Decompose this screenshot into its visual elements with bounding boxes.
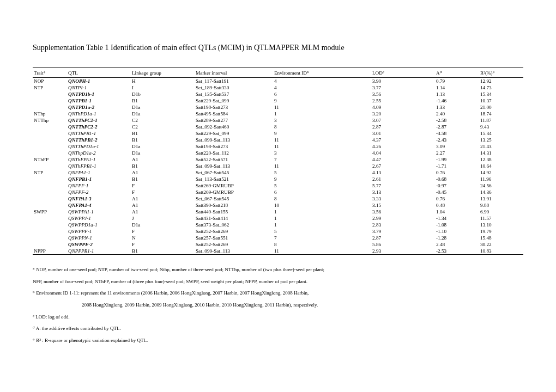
table-cell: C2: [131, 124, 195, 130]
table-cell: Satt449-Satt155: [195, 209, 273, 215]
table-cell: QSWPPA1-1: [67, 209, 131, 215]
table-cell: 9: [273, 176, 371, 182]
table-cell: -2.58: [435, 117, 479, 124]
table-row: QNThpD1a-2D1aSatt220-Sat_11234.042.2714.…: [33, 150, 523, 156]
table-cell: 11.57: [479, 215, 523, 222]
table-cell: [33, 104, 67, 111]
table-cell: 2.93: [371, 248, 435, 255]
col-linkage: Linkage group: [131, 68, 195, 78]
table-cell: 2.87: [371, 235, 435, 241]
table-cell: B1: [131, 248, 195, 255]
table-cell: 4.47: [371, 156, 435, 163]
table-cell: 11: [273, 143, 371, 150]
table-cell: [33, 137, 67, 143]
table-cell: -0.45: [435, 189, 479, 195]
table-cell: 4.13: [371, 169, 435, 176]
table-cell: 1.14: [435, 84, 479, 91]
table-cell: 5: [273, 182, 371, 189]
table-cell: F: [131, 189, 195, 195]
table-cell: NTP: [33, 169, 67, 176]
footnote-e: ᵉ R² : R-square or phenotypic variation …: [33, 338, 523, 344]
table-cell: 0.48: [435, 202, 479, 209]
table-cell: 3.90: [371, 78, 435, 85]
table-cell: C2: [131, 117, 195, 124]
table-cell: 3.20: [371, 111, 435, 117]
table-cell: SWPP: [33, 209, 67, 215]
table-cell: Sct_189-Satt330: [195, 84, 273, 91]
table-cell: 6: [273, 189, 371, 195]
table-cell: Satt198-Satt273: [195, 143, 273, 150]
table-cell: 3.15: [371, 202, 435, 209]
table-cell: 0.76: [435, 195, 479, 202]
table-cell: [33, 97, 67, 104]
table-cell: 1: [273, 215, 371, 222]
table-cell: 11.96: [479, 176, 523, 182]
table-cell: QNTPD1b-1: [67, 91, 131, 97]
table-cell: [33, 215, 67, 222]
table-cell: 11.87: [479, 117, 523, 124]
table-cell: -2.87: [435, 124, 479, 130]
table-cell: NThp: [33, 111, 67, 117]
table-cell: Sct_067-Satt545: [195, 169, 273, 176]
table-row: QNFPA1-4A1Satt390-Satt218103.150.489.88: [33, 202, 523, 209]
table-cell: 7: [273, 235, 371, 241]
table-cell: Sat_092-Satt460: [195, 124, 273, 130]
footnote-b1: ᵇ Environment ID 1-11: represent the 11 …: [33, 290, 523, 297]
table-row: QNTPD1a-2D1aSatt198-Satt273114.091.3321.…: [33, 104, 523, 111]
table-cell: Satt522-Satt571: [195, 156, 273, 163]
table-cell: QNFPF-2: [67, 189, 131, 195]
table-cell: -1.71: [435, 163, 479, 169]
table-cell: [33, 124, 67, 130]
table-cell: -2.43: [435, 137, 479, 143]
table-cell: 1: [273, 111, 371, 117]
table-cell: QNTPB1-1: [67, 97, 131, 104]
table-cell: D1a: [131, 150, 195, 156]
table-cell: B1: [131, 137, 195, 143]
table-cell: 0.79: [435, 78, 479, 85]
table-cell: QNThPD1a-1: [67, 111, 131, 117]
table-cell: Satt252-Satt269: [195, 241, 273, 248]
table-cell: N: [131, 235, 195, 241]
table-row: QNTPB1-1B1Satt229-Sat_09992.55-1.4610.37: [33, 97, 523, 104]
table-cell: QNThpD1a-2: [67, 150, 131, 156]
table-cell: 24.56: [479, 182, 523, 189]
table-cell: 21.00: [479, 104, 523, 111]
table-cell: 19.79: [479, 228, 523, 235]
table-cell: B1: [131, 163, 195, 169]
table-cell: QSWPPF-1: [67, 228, 131, 235]
table-cell: 2.67: [371, 163, 435, 169]
table-cell: QNTThPC2-2: [67, 124, 131, 130]
table-header-row: Traitᵃ QTL Linkage group Marker interval…: [33, 68, 523, 78]
table-cell: QNFPA1-4: [67, 202, 131, 209]
table-cell: 15.34: [479, 91, 523, 97]
table-row: QSWPPD1a-1D1aSatt373-Sat_06212.83-1.0813…: [33, 222, 523, 228]
table-cell: Sat_117-Satt191: [195, 78, 273, 85]
table-cell: [33, 182, 67, 189]
table-cell: 12.38: [479, 156, 523, 163]
col-trait: Traitᵃ: [33, 68, 67, 78]
table-cell: -1.46: [435, 97, 479, 104]
footnotes: ᵃ NOP, number of one-seed pod; NTP, numb…: [33, 267, 523, 344]
col-marker: Marker interval: [195, 68, 273, 78]
table-cell: 3.09: [435, 143, 479, 150]
table-cell: NOP: [33, 78, 67, 85]
table-cell: D1a: [131, 104, 195, 111]
table-cell: 8: [273, 124, 371, 130]
table-cell: Satt229-Sat_099: [195, 97, 273, 104]
table-cell: 10.64: [479, 163, 523, 169]
table-cell: A1: [131, 209, 195, 215]
table-cell: [33, 195, 67, 202]
qtl-table: Traitᵃ QTL Linkage group Marker interval…: [33, 68, 523, 255]
table-cell: 2.48: [435, 241, 479, 248]
table-cell: 0.76: [435, 169, 479, 176]
table-row: NThpQNThPD1a-1D1aSatt495-Satt58413.202.4…: [33, 111, 523, 117]
table-cell: 3: [273, 150, 371, 156]
table-cell: Satt229-Sat_099: [195, 130, 273, 137]
table-row: QNFPB1-1B1Sat_113-Satt52192.61-0.6811.96: [33, 176, 523, 182]
table-cell: QNFPA1-1: [67, 169, 131, 176]
col-r2: R²(%)ᵉ: [479, 68, 523, 78]
table-cell: A1: [131, 156, 195, 163]
table-cell: 6: [273, 91, 371, 97]
table-row: QNTThPD1a-1D1aSatt198-Satt273114.263.092…: [33, 143, 523, 150]
table-cell: Satt289-Satt277: [195, 117, 273, 124]
